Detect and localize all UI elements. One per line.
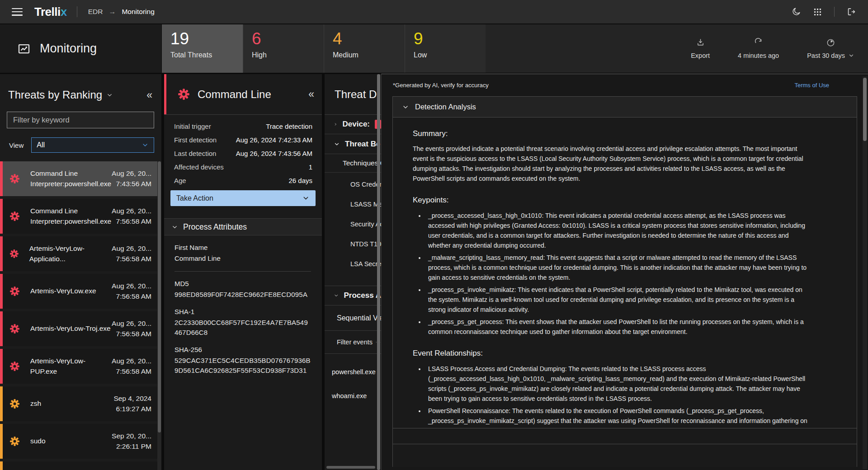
severity-bar (0, 461, 3, 470)
filter-keyword-input[interactable] (7, 112, 154, 128)
threats-panel-title[interactable]: Threats by Ranking (8, 89, 102, 101)
detail-row: Affected devices1 (174, 163, 312, 171)
threat-list-item[interactable]: Artemis-VeryLow.exe Aug 26, 20...7:56:58… (0, 274, 157, 309)
filter-events-control[interactable]: Filter events (325, 331, 381, 354)
threat-time: 7:43:56 AM (112, 179, 151, 189)
tile-high[interactable]: 6 High (243, 24, 324, 73)
threat-time: 7:56:58 AM (112, 291, 151, 301)
threat-gear-icon (9, 249, 19, 259)
process-attributes-section-header[interactable]: Process Attributes (164, 218, 322, 235)
threat-name: Artemis-VeryLow-Troj.exe (30, 324, 111, 334)
technique-list: OS Credentia LSASS Memo Security Acco NT… (325, 173, 381, 286)
severity-bar (0, 199, 3, 234)
detection-analysis-header[interactable]: Detection Analysis (393, 97, 857, 118)
view-dropdown[interactable]: All (31, 137, 154, 153)
severity-bar (0, 311, 3, 346)
scrollbar-thumb[interactable] (863, 78, 867, 141)
keypoint-item: _process_ps_invoke_mimikatz: This event … (425, 285, 809, 315)
threat-list-item[interactable]: zsh Sep 4, 20246:19:27 AM (0, 386, 157, 421)
sequential-view-dropdown[interactable]: Sequential Vie (325, 306, 381, 331)
technique-item[interactable]: LSASS Memo (350, 201, 381, 208)
chevron-down-icon (402, 103, 409, 111)
breadcrumb-app[interactable]: EDR (88, 8, 103, 16)
refresh-icon (754, 38, 763, 47)
keypoint-item: _process_accessed_lsass_high_0x1010: Thi… (425, 211, 809, 250)
section-title: Threat Be (345, 140, 380, 149)
threat-detail-panel: Command Line « Initial triggerTrace dete… (164, 74, 322, 470)
terms-of-use-link[interactable]: Terms of Use (794, 82, 829, 89)
ai-panel-scrollbar[interactable] (863, 76, 867, 469)
last-refreshed-label: 4 minutes ago (738, 52, 779, 59)
threat-name: Artemis-VeryLow-PUP.exe (30, 356, 112, 376)
strip-controls: Export 4 minutes ago Past 30 days (486, 24, 868, 73)
threat-list-item[interactable]: Artemis-VeryLow-PUP.exe Aug 26, 20...7:5… (0, 349, 157, 384)
dark-mode-moon-icon[interactable] (791, 7, 801, 17)
technique-item[interactable]: NTDS T1003. (350, 240, 381, 248)
time-range-selector[interactable]: Past 30 days (807, 38, 854, 59)
threat-behavior-section-header[interactable]: Threat Be (325, 134, 381, 154)
tile-low[interactable]: 9 Low (405, 24, 486, 73)
technique-item[interactable]: Security Acco (350, 221, 381, 228)
threat-name: sudo (30, 436, 46, 446)
chevron-down-icon (848, 52, 854, 59)
breadcrumb-page[interactable]: Monitoring (122, 8, 154, 16)
threat-list-item[interactable]: Artemis-VeryLow-Applicatio... Aug 26, 20… (0, 236, 157, 271)
relationship-item: PowerShell Reconnaissance: The events re… (425, 406, 809, 428)
view-dropdown-value: All (37, 141, 45, 149)
event-relationships-list: LSASS Process Access and Credential Dump… (413, 364, 809, 428)
hash-label: MD5 (175, 280, 311, 287)
logout-icon[interactable] (846, 7, 856, 17)
device-section-header[interactable]: Device: (325, 115, 381, 134)
threat-list-item-partial[interactable] (0, 461, 157, 470)
take-action-dropdown[interactable]: Take Action (170, 190, 316, 206)
device-label: Device: (343, 120, 370, 129)
process-node[interactable]: whoami.exe (325, 392, 381, 400)
technique-item[interactable]: LSA Secrets T (350, 260, 381, 268)
app-grid-icon[interactable] (813, 7, 822, 17)
threat-details-hscrollbar[interactable] (326, 466, 375, 469)
scrollbar-thumb[interactable] (158, 161, 161, 432)
threat-name: zsh (30, 399, 41, 409)
top-nav-bar: Trellix EDR → Monitoring (0, 0, 868, 24)
threats-panel-header: Threats by Ranking « (0, 74, 161, 101)
hash-group-sha256: SHA-256 529CAC371EC5C4CEDB35BD076767936B… (175, 346, 311, 376)
tile-label: Total Threats (170, 51, 243, 59)
tile-total-threats[interactable]: 19 Total Threats (162, 24, 243, 73)
medium-count: 4 (333, 30, 405, 48)
threat-list-item[interactable]: sudo Sep 20, 20...2:26:11 PM (0, 424, 157, 459)
collapsed-section-row[interactable] (392, 428, 857, 444)
threat-gear-icon (9, 436, 20, 446)
collapse-panel-icon[interactable]: « (146, 90, 152, 100)
technique-item[interactable]: OS Credentia (350, 181, 381, 188)
detection-analysis-content: Summary: The events provided indicate a … (393, 118, 857, 428)
collapsed-section-row[interactable] (392, 444, 857, 467)
threat-list-item[interactable]: Artemis-VeryLow-Troj.exe Aug 26, 20...7:… (0, 311, 157, 346)
hamburger-menu-icon[interactable] (12, 8, 23, 16)
threat-name: Artemis-VeryLow.exe (30, 286, 96, 296)
process-node[interactable]: powershell.exe (325, 368, 381, 376)
ai-disclaimer: *Generated by AI, verify for accuracy (393, 82, 489, 89)
refresh-button[interactable]: 4 minutes ago (738, 38, 779, 59)
threat-details-scrollbar[interactable] (377, 74, 380, 470)
collapse-panel-icon[interactable]: « (308, 89, 314, 99)
threat-list-item[interactable]: Command LineInterpreter:powershell.exe A… (0, 199, 157, 234)
threat-gear-icon (9, 174, 20, 184)
topbar-divider (77, 6, 77, 17)
total-threats-count: 19 (170, 30, 243, 48)
tile-label: Medium (333, 51, 405, 59)
process-activity-section-header[interactable]: Process A (325, 286, 381, 306)
threat-list-item[interactable]: Command LineInterpreter:powershell.exe A… (0, 161, 157, 196)
detail-row: Age26 days (174, 177, 312, 184)
topbar-divider (834, 7, 835, 17)
time-range-value: Past 30 days (807, 52, 845, 59)
threat-list: Command LineInterpreter:powershell.exe A… (0, 161, 157, 470)
threat-list-scrollbar[interactable] (157, 161, 161, 470)
chevron-down-icon[interactable] (106, 92, 113, 99)
keypoints-list: _process_accessed_lsass_high_0x1010: Thi… (413, 211, 809, 337)
trellix-logo[interactable]: Trellix (34, 5, 67, 19)
techniques-observed-item[interactable]: Techniques O (325, 154, 381, 173)
tile-medium[interactable]: 4 Medium (324, 24, 405, 73)
export-button[interactable]: Export (691, 38, 710, 59)
chevron-down-icon (171, 224, 178, 230)
severity-bar (0, 349, 3, 384)
